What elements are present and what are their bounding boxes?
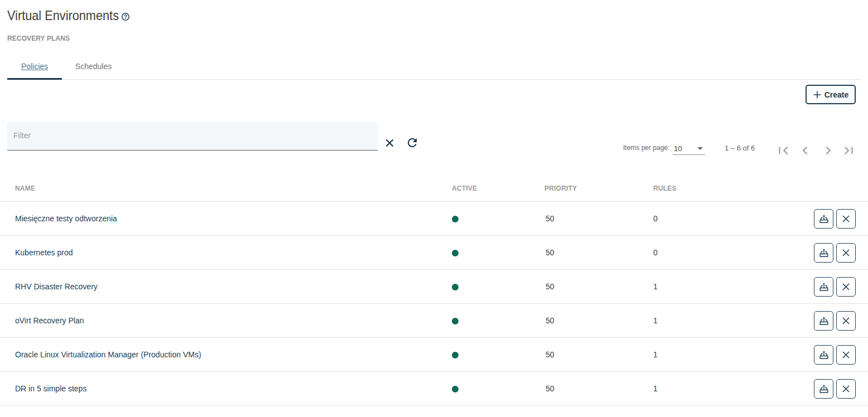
svg-text:?: ? xyxy=(123,14,127,20)
